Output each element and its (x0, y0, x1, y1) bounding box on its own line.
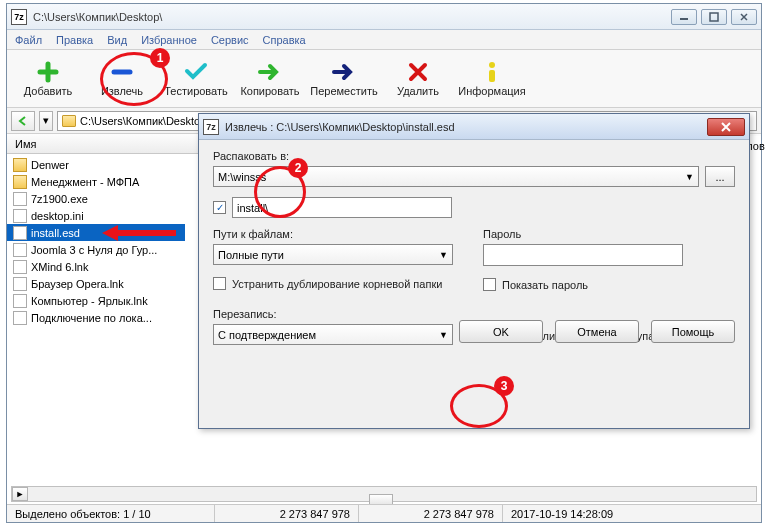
file-icon (13, 260, 27, 274)
show-password-checkbox[interactable] (483, 278, 496, 291)
extract-label: Извлечь (101, 85, 143, 97)
status-size1: 2 273 847 978 (215, 505, 359, 522)
menu-file[interactable]: Файл (15, 34, 42, 46)
file-icon (13, 277, 27, 291)
info-button[interactable]: Информация (455, 53, 529, 105)
minus-icon (109, 61, 135, 83)
paths-combo[interactable]: Полные пути ▼ (213, 244, 453, 265)
menu-edit[interactable]: Правка (56, 34, 93, 46)
address-path: C:\Users\Компик\Desktop\ (80, 115, 209, 127)
extract-button[interactable]: Извлечь (85, 53, 159, 105)
folder-icon (13, 158, 27, 172)
file-name: Компьютер - Ярлык.lnk (31, 295, 148, 307)
file-name: Браузер Opera.lnk (31, 278, 124, 290)
statusbar: Выделено объектов: 1 / 10 2 273 847 978 … (7, 504, 761, 522)
file-row[interactable]: Denwer (7, 156, 185, 173)
show-password-label: Показать пароль (502, 279, 588, 291)
svg-rect-5 (489, 70, 495, 82)
file-row[interactable]: Браузер Opera.lnk (7, 275, 185, 292)
test-label: Тестировать (164, 85, 228, 97)
maximize-button[interactable] (701, 9, 727, 25)
file-name: XMind 6.lnk (31, 261, 88, 273)
horizontal-scrollbar[interactable]: ◄ ► (11, 486, 757, 502)
paths-value: Полные пути (218, 249, 284, 261)
file-row[interactable]: 7z1900.exe (7, 190, 185, 207)
plus-icon (35, 61, 61, 83)
column-name[interactable]: Имя (15, 138, 36, 150)
nav-back-button[interactable] (11, 111, 35, 131)
file-name: install.esd (31, 227, 80, 239)
subfolder-checkbox[interactable]: ✓ (213, 201, 226, 214)
file-icon (13, 243, 27, 257)
app-icon: 7z (203, 119, 219, 135)
menu-favorites[interactable]: Избранное (141, 34, 197, 46)
file-icon (13, 226, 27, 240)
app-icon: 7z (11, 9, 27, 25)
menu-help[interactable]: Справка (263, 34, 306, 46)
dialog-close-button[interactable] (707, 118, 745, 136)
extract-to-input[interactable]: M:\winsss ▼ (213, 166, 699, 187)
status-size2: 2 273 847 978 (359, 505, 503, 522)
cancel-button[interactable]: Отмена (555, 320, 639, 343)
extract-to-value: M:\winsss (218, 171, 266, 183)
extract-to-label: Распаковать в: (213, 150, 735, 162)
nav-dropdown-button[interactable]: ▾ (39, 111, 53, 131)
chevron-down-icon: ▼ (685, 172, 694, 182)
password-input[interactable] (483, 244, 683, 266)
add-button[interactable]: Добавить (11, 53, 85, 105)
file-row[interactable]: Компьютер - Ярлык.lnk (7, 292, 185, 309)
subfolder-input[interactable]: install\ (232, 197, 452, 218)
test-button[interactable]: Тестировать (159, 53, 233, 105)
scroll-left-button[interactable]: ◄ (12, 487, 28, 501)
overwrite-label: Перезапись: (213, 308, 453, 320)
file-icon (13, 294, 27, 308)
file-row[interactable]: Менеджмент - МФПА (7, 173, 185, 190)
file-icon (13, 192, 27, 206)
ok-button[interactable]: OK (459, 320, 543, 343)
chevron-down-icon: ▼ (439, 250, 448, 260)
window-title: C:\Users\Компик\Desktop\ (33, 11, 671, 23)
check-icon (183, 61, 209, 83)
extract-dialog: 7z Извлечь : C:\Users\Компик\Desktop\ins… (198, 113, 750, 429)
dialog-title: Извлечь : C:\Users\Компик\Desktop\instal… (225, 121, 707, 133)
scroll-right-button[interactable]: ► (12, 487, 28, 501)
help-button[interactable]: Помощь (651, 320, 735, 343)
password-label: Пароль (483, 228, 735, 240)
file-row[interactable]: desktop.ini (7, 207, 185, 224)
status-date: 2017-10-19 14:28:09 (503, 505, 621, 522)
info-icon (479, 61, 505, 83)
file-name: Менеджмент - МФПА (31, 176, 139, 188)
browse-button[interactable]: ... (705, 166, 735, 187)
folder-icon (13, 175, 27, 189)
arrow-right-blue-icon (331, 61, 357, 83)
status-selection: Выделено объектов: 1 / 10 (7, 505, 215, 522)
eliminate-dup-label: Устранить дублирование корневой папки (232, 278, 442, 290)
file-icon (13, 209, 27, 223)
copy-label: Копировать (240, 85, 299, 97)
delete-label: Удалить (397, 85, 439, 97)
file-row[interactable]: Joomla 3 с Нуля до Гур... (7, 241, 185, 258)
close-button[interactable] (731, 9, 757, 25)
move-label: Переместить (310, 85, 377, 97)
menubar: Файл Правка Вид Избранное Сервис Справка (7, 30, 761, 50)
paths-label: Пути к файлам: (213, 228, 453, 240)
svg-rect-1 (710, 13, 718, 21)
file-row[interactable]: XMind 6.lnk (7, 258, 185, 275)
file-row[interactable]: install.esd (7, 224, 185, 241)
overwrite-value: С подтверждением (218, 329, 316, 341)
file-row[interactable]: Подключение по лока... (7, 309, 185, 326)
titlebar: 7z C:\Users\Компик\Desktop\ (7, 4, 761, 30)
delete-button[interactable]: Удалить (381, 53, 455, 105)
file-list: DenwerМенеджмент - МФПА7z1900.exedesktop… (7, 156, 185, 484)
add-label: Добавить (24, 85, 73, 97)
eliminate-dup-checkbox[interactable] (213, 277, 226, 290)
menu-view[interactable]: Вид (107, 34, 127, 46)
arrow-right-green-icon (257, 61, 283, 83)
minimize-button[interactable] (671, 9, 697, 25)
copy-button[interactable]: Копировать (233, 53, 307, 105)
move-button[interactable]: Переместить (307, 53, 381, 105)
overwrite-combo[interactable]: С подтверждением ▼ (213, 324, 453, 345)
menu-tools[interactable]: Сервис (211, 34, 249, 46)
file-name: desktop.ini (31, 210, 84, 222)
x-icon (405, 61, 431, 83)
